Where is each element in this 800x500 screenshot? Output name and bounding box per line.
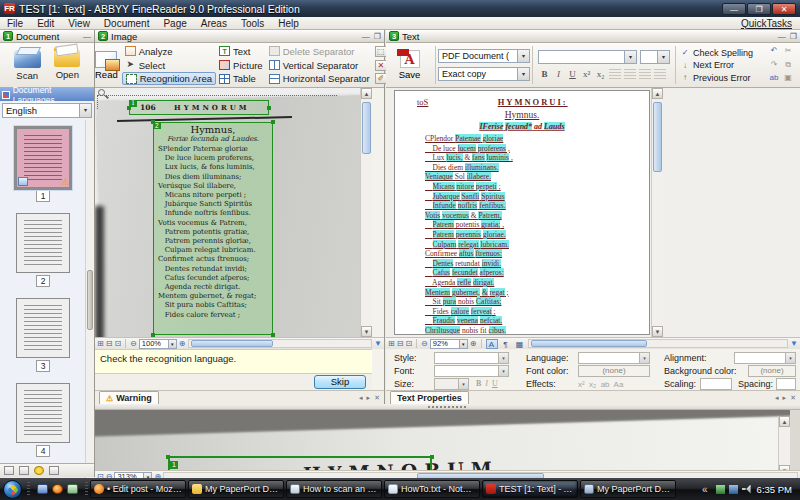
menu-view[interactable]: View	[61, 17, 97, 30]
menu-file[interactable]: File	[0, 17, 30, 30]
text-horizontal-scrollbar[interactable]	[528, 339, 789, 348]
zoom-in-icon[interactable]: ⊕	[179, 339, 186, 349]
close-up-region-outline[interactable]: 1	[168, 456, 432, 470]
font-size-select[interactable]: ▾	[640, 50, 670, 64]
taskbar-task[interactable]: TEST [1: Text] - ABB...	[482, 480, 578, 498]
language-select[interactable]: English ▾	[2, 103, 92, 118]
tray-status-icon[interactable]	[716, 485, 725, 494]
tool-table-button[interactable]: Table	[216, 72, 266, 85]
panel-minimize-icon[interactable]: —	[362, 32, 370, 41]
taskbar-task[interactable]: My PaperPort Docu...	[188, 480, 284, 498]
close-up-view[interactable]: HYMNORUM 1 ▲ ▼	[95, 410, 790, 470]
font-family-select[interactable]: ▾	[538, 50, 637, 64]
tool-vertical-separator-button[interactable]: Vertical Separator	[266, 59, 373, 72]
panel-minimize-icon[interactable]: —	[83, 32, 91, 41]
formatting-marks-icon[interactable]: ¶	[500, 339, 512, 349]
taskbar-task[interactable]: My PaperPort Docu...	[580, 480, 676, 498]
tray-chevron-icon[interactable]: «	[698, 484, 712, 495]
image-horizontal-scrollbar[interactable]	[188, 339, 373, 348]
menu-document[interactable]: Document	[97, 17, 157, 30]
italic-icon[interactable]: I	[552, 68, 565, 80]
open-button[interactable]: Open	[54, 50, 80, 80]
tool-select-button[interactable]: ➤Select	[122, 59, 216, 72]
scroll-down-icon[interactable]: ▼	[361, 326, 372, 337]
fit-width-icon[interactable]: ⊞	[97, 339, 104, 349]
exact-copy-view-icon[interactable]: ▦	[514, 339, 526, 349]
taskbar-task[interactable]: HowTo.txt - Notepad	[384, 480, 480, 498]
close-up-vertical-scrollbar[interactable]: ▲ ▼	[778, 416, 790, 470]
tool-text-button[interactable]: TText	[216, 45, 266, 58]
menu-tools[interactable]: Tools	[234, 17, 271, 30]
tab-next-icon[interactable]: ▸	[367, 394, 371, 402]
image-vertical-scrollbar[interactable]: ▲ ▼	[360, 88, 372, 337]
page-thumbnail-2[interactable]: 2	[0, 213, 86, 287]
effects-icons[interactable]: x² x₂ ab Aa	[578, 380, 623, 389]
font-color-value[interactable]: (none)	[578, 365, 650, 377]
tool-horizontal-separator-button[interactable]: Horizontal Separator	[266, 72, 373, 85]
ocr-page[interactable]: toS HYMNORUI: Hymnus. IFerise fecund* ad…	[394, 90, 650, 335]
title-bar[interactable]: FR TEST [1: Text] - ABBYY FineReader 9.0…	[0, 0, 800, 17]
ocr-language-select[interactable]: ▾	[578, 352, 650, 364]
text-properties-tab[interactable]: Text Properties	[390, 391, 469, 404]
zoom-out-icon[interactable]: ⊖	[130, 339, 137, 349]
cut-icon[interactable]: ✂	[782, 46, 794, 57]
size-select[interactable]: ▾	[434, 378, 469, 390]
superscript-icon[interactable]: x²	[580, 68, 593, 80]
region-handle[interactable]	[166, 455, 170, 459]
skip-button[interactable]: Skip	[314, 375, 366, 389]
tool-analyze-button[interactable]: Analyze	[122, 45, 216, 58]
panel-minimize-icon[interactable]: —	[778, 32, 786, 41]
page-thumbnail-1[interactable]: ⚠1	[0, 128, 86, 202]
align-left-icon[interactable]	[609, 69, 621, 79]
taskbar-clock[interactable]: 6:35 PM	[757, 484, 800, 495]
restore-button[interactable]: ❐	[747, 3, 771, 15]
scrollbar-thumb[interactable]	[653, 102, 662, 172]
view-mode-icon[interactable]	[49, 466, 59, 475]
menu-help[interactable]: Help	[271, 17, 306, 30]
scrollbar-thumb[interactable]	[191, 340, 273, 347]
subscript-icon[interactable]: x₂	[594, 68, 607, 80]
scanned-image-view[interactable]: 1 106 HYMNORUM 2 Hymnus, Feriæ ſecunda a…	[95, 88, 372, 337]
tab-prev-icon[interactable]: ◂	[775, 394, 779, 402]
biu-icons[interactable]: B I U	[476, 379, 498, 388]
warning-tab[interactable]: ⚠ Warning	[99, 391, 159, 404]
edit-image-icon[interactable]: ✐	[375, 73, 387, 84]
scroll-up-icon[interactable]: ▲	[361, 88, 372, 99]
region-handle[interactable]	[430, 455, 434, 459]
filter-icon[interactable]: ▼	[790, 339, 798, 348]
save-mode-select[interactable]: Exact copy ▾	[438, 67, 530, 81]
tray-network-icon[interactable]	[729, 485, 738, 494]
close-button[interactable]: ✕	[772, 3, 796, 15]
recognition-region-1[interactable]: 1 106 HYMNORUM	[129, 100, 269, 115]
save-format-select[interactable]: PDF Document ( ▾	[438, 49, 530, 63]
check-spelling-button[interactable]: ✓ Check Spelling	[680, 48, 766, 58]
copy-icon[interactable]: ⧉	[782, 60, 794, 71]
scroll-up-icon[interactable]: ▲	[652, 88, 663, 99]
taskbar-task[interactable]: How to scan an old ...	[286, 480, 382, 498]
fit-height-icon[interactable]: ⊟	[397, 339, 404, 349]
scaling-field[interactable]	[700, 378, 732, 390]
page-thumbnail-4[interactable]: 4	[0, 383, 86, 457]
mail-icon[interactable]	[67, 484, 78, 494]
zoom-in-icon[interactable]: ⊕	[470, 339, 477, 349]
tab-close-icon[interactable]: ✕	[790, 394, 796, 402]
tab-next-icon[interactable]: ▸	[783, 394, 787, 402]
align-justify-icon[interactable]	[654, 69, 666, 79]
options-gear-icon[interactable]	[34, 466, 44, 475]
next-error-button[interactable]: ↓ Next Error	[680, 60, 766, 70]
special-paste-icon[interactable]: ab	[768, 73, 780, 84]
open-document-icon[interactable]	[4, 466, 14, 475]
bold-icon[interactable]: B	[538, 68, 551, 80]
firefox-icon[interactable]	[52, 484, 63, 494]
region-handle[interactable]	[271, 120, 275, 124]
tool-picture-button[interactable]: Picture	[216, 59, 266, 72]
recognized-text-view[interactable]: toS HYMNORUI: Hymnus. IFerise fecund* ad…	[386, 88, 800, 337]
delete-area-icon[interactable]: ✕	[375, 60, 387, 71]
read-button[interactable]: Read	[95, 43, 118, 87]
region-handle[interactable]	[267, 106, 271, 110]
filter-icon[interactable]: ▼	[374, 339, 382, 348]
style-select[interactable]: ▾	[434, 352, 509, 364]
background-color-value[interactable]: (none)	[748, 365, 796, 377]
page-thumbnail-3[interactable]: 3	[0, 298, 86, 372]
show-desktop-icon[interactable]	[37, 484, 48, 494]
